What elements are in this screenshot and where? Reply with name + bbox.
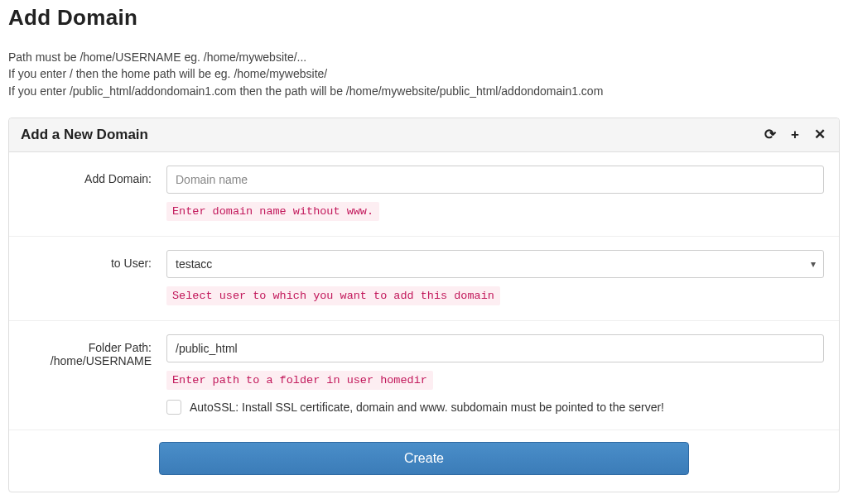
add-icon[interactable]: +	[789, 127, 801, 142]
add-domain-panel: Add a New Domain ⟳ + ✕ Add Domain: Enter…	[8, 118, 840, 492]
user-row: to User: testacc ▾ Select user to which …	[9, 237, 839, 321]
domain-hint: Enter domain name without www.	[166, 202, 379, 221]
panel-title: Add a New Domain	[21, 127, 148, 143]
close-icon[interactable]: ✕	[812, 127, 827, 142]
domain-row: Add Domain: Enter domain name without ww…	[9, 152, 839, 237]
domain-label: Add Domain:	[24, 166, 166, 185]
create-button[interactable]: Create	[159, 442, 689, 475]
help-line-2: If you enter / then the home path will b…	[8, 65, 840, 82]
folder-input[interactable]	[166, 334, 824, 362]
help-text-block: Path must be /home/USERNAME eg. /home/my…	[8, 49, 840, 99]
help-line-3: If you enter /public_html/addondomain1.c…	[8, 83, 840, 99]
autossl-label: AutoSSL: Install SSL certificate, domain…	[190, 401, 664, 414]
folder-label-line2: /home/USERNAME	[24, 354, 152, 367]
submit-row: Create	[9, 430, 839, 492]
user-select[interactable]: testacc	[166, 250, 824, 278]
domain-input[interactable]	[166, 166, 824, 194]
refresh-icon[interactable]: ⟳	[763, 127, 778, 142]
autossl-row: AutoSSL: Install SSL certificate, domain…	[166, 400, 824, 415]
folder-hint: Enter path to a folder in user homedir	[166, 371, 433, 390]
folder-label-line1: Folder Path:	[24, 341, 152, 354]
autossl-checkbox[interactable]	[166, 400, 181, 415]
page-title: Add Domain	[8, 5, 840, 31]
help-line-1: Path must be /home/USERNAME eg. /home/my…	[8, 49, 840, 65]
panel-header: Add a New Domain ⟳ + ✕	[9, 118, 839, 152]
user-label: to User:	[24, 250, 166, 270]
user-hint: Select user to which you want to add thi…	[166, 286, 500, 305]
folder-row: Folder Path: /home/USERNAME Enter path t…	[9, 321, 839, 430]
panel-actions: ⟳ + ✕	[763, 127, 827, 142]
folder-label: Folder Path: /home/USERNAME	[24, 334, 166, 367]
